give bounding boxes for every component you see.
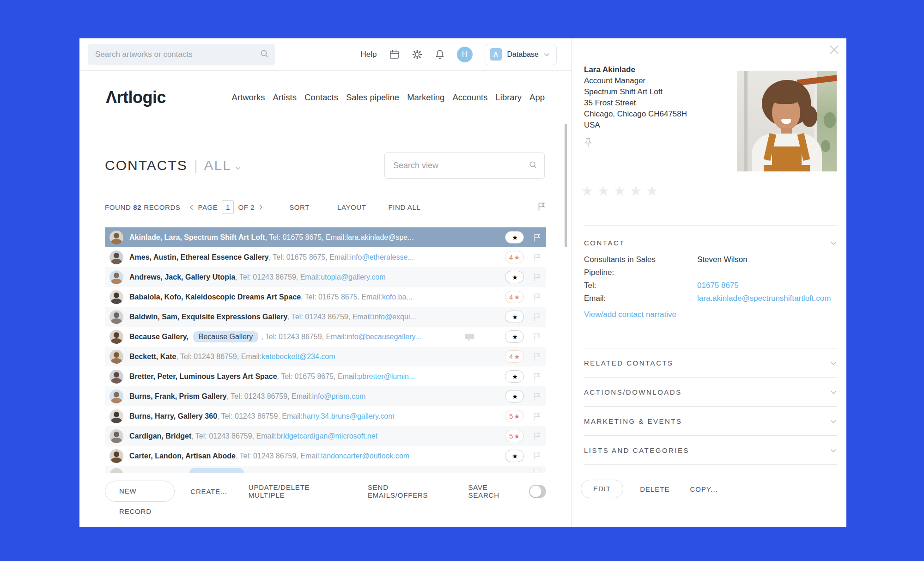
contact-row-email-link[interactable]: info@exqui... [373, 313, 416, 321]
star-icon[interactable]: ★ [646, 183, 658, 199]
layout-button[interactable]: LAYOUT [337, 203, 366, 211]
flag-icon[interactable] [533, 232, 541, 244]
calendar-icon[interactable] [389, 49, 400, 60]
update-delete-multiple-button[interactable]: UPDATE/DELETE MULTIPLE [249, 483, 328, 499]
contact-row-name: Because Gallery, [129, 333, 188, 341]
contact-row[interactable]: Babalola, Kofo, Kaleidoscopic Dreams Art… [105, 287, 546, 307]
contact-row-email-link[interactable]: utopia@gallery.com [321, 273, 385, 281]
gear-icon[interactable] [412, 49, 423, 60]
bell-icon[interactable] [435, 49, 445, 60]
nav-item-artworks[interactable]: Artworks [232, 92, 265, 103]
flag-filter-icon[interactable] [537, 201, 546, 213]
nav-item-artists[interactable]: Artists [273, 92, 297, 103]
contact-row[interactable]: Carter, Landon, Artisan Abode, Tel: 0124… [105, 446, 546, 466]
nav-item-contacts[interactable]: Contacts [304, 92, 338, 103]
nav-item-marketing[interactable]: Marketing [407, 92, 444, 103]
contact-row[interactable]: Ames, Austin, Ethereal Essence Gallery, … [105, 247, 546, 267]
contact-row[interactable]: Andrews, Jack, Gallery Utopia, Tel: 0124… [105, 267, 546, 287]
contact-row[interactable]: Burns, Frank, Prism Gallery, Tel: 01243 … [105, 386, 546, 406]
page-number-input[interactable]: 1 [222, 200, 234, 214]
global-search-input[interactable]: Search artworks or contacts [88, 44, 275, 65]
field-label: Pipeline: [584, 268, 697, 281]
view-add-narrative-link[interactable]: View/add contact narrative [584, 310, 837, 319]
contact-row[interactable]: Bretter, Peter, Luminous Layers Art Spac… [105, 366, 546, 386]
contact-row-name: Babalola, Kofo, Kaleidoscopic Dreams Art… [129, 293, 301, 301]
find-all-button[interactable]: FIND ALL [388, 203, 420, 211]
sort-button[interactable]: SORT [289, 203, 310, 211]
star-icon[interactable]: ★ [581, 183, 593, 199]
contact-row-partial[interactable] [105, 466, 546, 473]
list-scrollbar[interactable] [565, 124, 567, 247]
page-previous-button[interactable] [189, 204, 194, 210]
contact-row-name: Beckett, Kate [129, 353, 176, 361]
section-header-lists-and-categories[interactable]: LISTS AND CATEGORIES [584, 435, 837, 464]
page-next-button[interactable] [259, 204, 263, 210]
user-avatar[interactable]: H [457, 47, 473, 62]
contact-row[interactable]: Beckett, Kate, Tel: 01243 86759, Email: … [105, 347, 546, 366]
save-search-button[interactable]: SAVE SEARCH [468, 483, 510, 499]
flag-icon[interactable] [533, 312, 541, 323]
contact-row-email-link[interactable]: info@etheralesse... [350, 253, 414, 262]
close-icon[interactable] [829, 45, 839, 56]
contact-row-email-link[interactable]: info@prism.com [312, 392, 365, 401]
contact-row[interactable]: Because Gallery,Because Gallery, Tel: 01… [105, 327, 546, 347]
contact-row-email-link[interactable]: bridgetcardigan@microsoft.net [277, 432, 377, 440]
search-view-placeholder: Search view [393, 161, 529, 171]
copy-button[interactable]: COPY... [690, 485, 718, 493]
contact-row-email-link[interactable]: katebeckett@234.com [261, 353, 335, 361]
nav-item-app[interactable]: App [529, 92, 545, 103]
help-link[interactable]: Help [361, 50, 377, 59]
section-header-actions-downloads[interactable]: ACTIONS/DOWNLOADS [584, 377, 837, 406]
send-emails-offers-button[interactable]: SEND EMAILS/OFFERS [368, 483, 434, 499]
create-button[interactable]: CREATE... [190, 488, 227, 495]
flag-icon[interactable] [533, 391, 541, 403]
star-icon[interactable]: ★ [630, 183, 642, 199]
contact-field-row: Pipeline: [584, 268, 837, 281]
field-value-link[interactable]: 01675 8675 [697, 281, 739, 294]
nav-item-library[interactable]: Library [496, 92, 522, 103]
search-view-input[interactable]: Search view [384, 152, 545, 179]
edit-button[interactable]: EDIT [581, 480, 623, 498]
field-value-link[interactable]: lara.akinlade@spectrunshiftartloft.com [697, 294, 831, 307]
nav-item-sales-pipeline[interactable]: Sales pipeline [346, 92, 399, 103]
company-chip [189, 468, 244, 473]
contact-row-email-link[interactable]: info@becausegallery... [346, 333, 421, 341]
flag-icon[interactable] [533, 332, 541, 343]
flag-icon[interactable] [533, 411, 541, 423]
database-switcher-button[interactable]: Λ Database [485, 44, 557, 65]
pin-icon[interactable] [583, 137, 593, 151]
contact-row-email-link[interactable]: harry.34.bruns@gallery.com [303, 412, 395, 421]
contact-city: Chicago, Chicago CH64758H [584, 109, 687, 120]
flag-icon[interactable] [533, 431, 541, 443]
save-search-toggle[interactable] [529, 485, 546, 498]
contact-row[interactable]: Baldwin, Sam, Exquisite Expressions Gall… [105, 307, 546, 327]
contact-row-email-link[interactable]: lara.akinlade@spe... [346, 233, 414, 242]
view-selector[interactable]: ALL [204, 158, 241, 173]
rating-stars[interactable]: ★★★★★ [581, 183, 658, 199]
contact-row-name: Cardigan, Bridget [129, 432, 191, 440]
nav-item-accounts[interactable]: Accounts [452, 92, 487, 103]
section-header-marketing-events[interactable]: MARKETING & EVENTS [584, 406, 837, 435]
star-icon[interactable]: ★ [614, 183, 626, 199]
flag-icon[interactable] [533, 272, 541, 284]
section-header-related-contacts[interactable]: RELATED CONTACTS [584, 348, 837, 377]
artlogic-logo[interactable]: Λrtlogic [106, 88, 166, 107]
new-record-button[interactable]: NEW RECORD [105, 481, 175, 502]
contact-row-details: , Tel: 01243 86759, Email: [236, 452, 321, 460]
contact-section-header[interactable]: CONTACT [584, 234, 837, 251]
flag-icon[interactable] [533, 352, 541, 363]
contact-row[interactable]: Cardigan, Bridget, Tel: 01243 86759, Ema… [105, 426, 546, 446]
flag-icon[interactable] [533, 451, 541, 463]
contact-row-email-link[interactable]: landoncarter@outlook.com [321, 452, 409, 460]
rating-badge: 4★ [505, 291, 524, 303]
contact-row-email-link[interactable]: kofo.ba... [382, 293, 413, 301]
contact-row[interactable]: Akinlade, Lara, Spectrum Shift Art Loft,… [105, 227, 546, 247]
star-icon[interactable]: ★ [597, 183, 609, 199]
delete-button[interactable]: DELETE [640, 485, 669, 493]
contact-row[interactable]: Burns, Harry, Gallery 360, Tel: 01243 86… [105, 406, 546, 426]
flag-icon[interactable] [533, 292, 541, 304]
contact-row-email-link[interactable]: pbretter@lumin... [358, 372, 415, 381]
contact-photo [737, 71, 837, 171]
flag-icon[interactable] [533, 372, 541, 383]
flag-icon[interactable] [533, 252, 541, 264]
